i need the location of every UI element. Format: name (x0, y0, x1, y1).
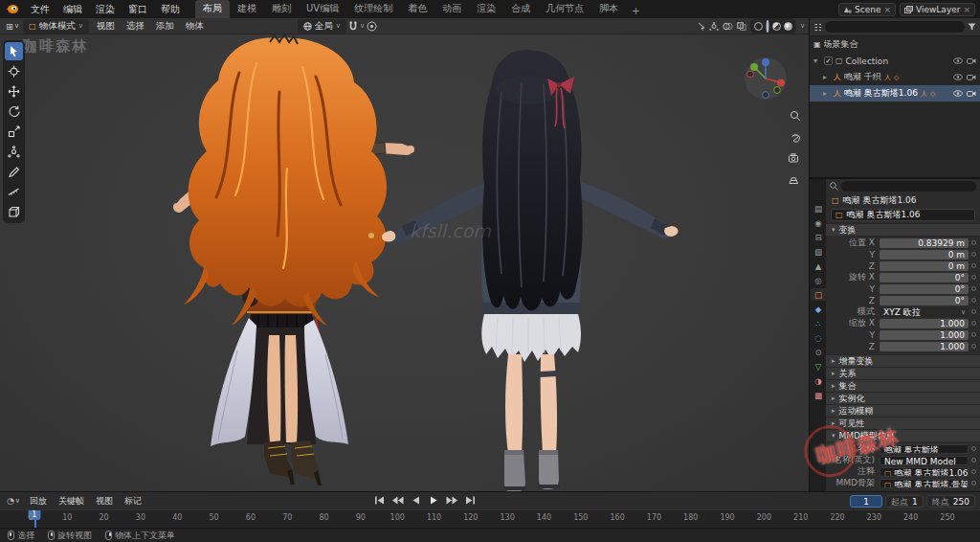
outliner-editor-icon[interactable] (813, 23, 822, 32)
workspace-tab-uv[interactable]: UV编辑 (299, 0, 346, 18)
next-keyframe-button[interactable] (444, 494, 459, 507)
section-header[interactable]: 增量变换 (826, 354, 980, 367)
properties-tab[interactable]: ◑ (811, 374, 826, 387)
render-camera-icon[interactable] (967, 90, 976, 97)
move-view-icon[interactable] (792, 134, 800, 142)
workspace-tab-modeling[interactable]: 建模 (230, 0, 264, 18)
outliner-row-augusta[interactable]: ▸ 人 鸣潮 奥古斯塔1.06 人 ◇ (810, 85, 980, 102)
viewlayer-remove-icon[interactable]: × (963, 5, 970, 14)
tool-select-box[interactable] (5, 42, 23, 60)
workspace-tab-scripting[interactable]: 脚本 (591, 0, 626, 18)
shading-wireframe-icon[interactable] (754, 22, 763, 31)
timeline-ruler[interactable]: 1 01020304050607080901001101201301401501… (0, 509, 980, 528)
add-workspace-button[interactable]: + (626, 4, 645, 18)
animate-decorator[interactable] (971, 481, 976, 486)
workspace-tab-compositing[interactable]: 合成 (503, 0, 538, 18)
field-value[interactable]: 0 m (880, 250, 969, 260)
hide-eye-icon[interactable] (953, 57, 963, 64)
animate-decorator[interactable] (971, 309, 976, 314)
field-value[interactable]: XYZ 欧拉 (880, 307, 969, 317)
filter-icon[interactable] (968, 23, 976, 31)
animate-decorator[interactable] (971, 240, 976, 245)
character-orange-hair[interactable] (173, 34, 414, 486)
navigation-gizmo[interactable] (745, 57, 787, 100)
workspace-tab-animation[interactable]: 动画 (434, 0, 469, 18)
field-value[interactable]: 0° (880, 296, 969, 305)
play-button[interactable] (426, 494, 441, 507)
play-reverse-button[interactable] (408, 494, 423, 507)
section-header[interactable]: 关系 (826, 367, 980, 379)
tool-measure[interactable] (5, 183, 23, 201)
animate-decorator[interactable] (971, 252, 976, 257)
menubar-item[interactable]: 渲染 (89, 0, 122, 18)
overlays-toggle-icon[interactable] (723, 22, 733, 31)
animate-decorator[interactable] (971, 344, 976, 349)
xray-toggle-icon[interactable] (737, 22, 746, 31)
shading-rendered-icon[interactable] (784, 22, 792, 31)
section-header[interactable]: 运动模糊 (826, 404, 980, 417)
properties-search-input[interactable] (841, 181, 976, 192)
tool-transform[interactable] (5, 143, 23, 161)
workspace-tab-layout[interactable]: 布局 (195, 0, 230, 18)
object-visibility-filter-icon[interactable] (696, 22, 705, 31)
outliner-search-input[interactable] (825, 21, 965, 33)
field-value[interactable]: 0° (880, 284, 969, 294)
tool-add-cube[interactable] (5, 203, 23, 221)
section-header[interactable]: 实例化 (826, 392, 980, 404)
tool-rotate[interactable] (5, 102, 23, 121)
perspective-toggle-icon[interactable] (790, 178, 798, 184)
timeline-editor-icon[interactable]: ◔∨ (5, 496, 22, 506)
animate-decorator[interactable] (971, 321, 976, 326)
properties-tab[interactable]: ▲ (811, 260, 826, 272)
properties-tab[interactable]: ◆ (811, 303, 826, 315)
field-value[interactable]: 1.000 (880, 330, 969, 340)
properties-tab[interactable]: ▩ (811, 389, 826, 401)
properties-tab[interactable]: ◉ (811, 216, 826, 229)
animate-decorator[interactable] (971, 469, 976, 474)
viewport-menu-item[interactable]: 物体 (180, 20, 210, 33)
render-camera-icon[interactable] (967, 74, 976, 80)
menubar-item[interactable]: 窗口 (122, 0, 154, 18)
outliner-row-collection[interactable]: ▾ ✓ ▢ Collection (810, 53, 980, 69)
field-value[interactable]: 1.000 (880, 319, 969, 328)
tool-cursor[interactable] (5, 62, 23, 80)
outliner-row-qianzhi[interactable]: ▸ 人 鸣潮 千织 人 ◇ (810, 69, 980, 85)
menubar-item[interactable]: 帮助 (154, 0, 187, 18)
frame-end-field[interactable]: 终点250 (926, 495, 975, 508)
animate-decorator[interactable] (971, 263, 976, 268)
properties-tab[interactable]: ∴ (811, 317, 826, 329)
scene-unlink-icon[interactable]: × (883, 5, 891, 14)
mode-selector[interactable]: □ 物体模式 ∨ (23, 19, 89, 34)
menubar-item[interactable]: 编辑 (56, 0, 89, 18)
field-value[interactable]: New MMD Model (880, 456, 969, 465)
field-value[interactable]: 鸣潮 奥古斯塔.骨架1.06 (880, 479, 969, 488)
animate-decorator[interactable] (971, 275, 976, 280)
zoom-view-icon[interactable] (791, 112, 801, 122)
breadcrumb-object[interactable]: 鸣潮 奥古斯塔1.06 (843, 194, 917, 207)
snap-dropdown-icon[interactable]: ∨ (360, 22, 365, 30)
hide-eye-icon[interactable] (953, 90, 963, 97)
viewport-menu-item[interactable]: 视图 (91, 20, 121, 33)
timeline-menu-item[interactable]: 回放 (24, 495, 53, 508)
viewport-menu-item[interactable]: 选择 (121, 20, 150, 33)
properties-tab[interactable]: ▧ (811, 245, 826, 258)
section-header[interactable]: 可见性 (826, 417, 980, 429)
field-value[interactable]: 0° (880, 273, 969, 282)
jump-to-end-button[interactable] (462, 494, 478, 507)
expander-icon[interactable]: ▸ (823, 73, 831, 81)
collection-checkbox[interactable]: ✓ (824, 56, 833, 65)
snap-magnet-icon[interactable] (348, 21, 358, 32)
blender-logo-icon[interactable] (5, 4, 19, 14)
workspace-tab-rendering[interactable]: 渲染 (469, 0, 503, 18)
outliner-row-scene-collection[interactable]: ▣ 场景集合 (810, 36, 980, 53)
field-value[interactable]: 鸣潮 奥古斯塔1.06 (880, 467, 969, 477)
properties-tab[interactable]: ⊟ (811, 231, 826, 243)
scene-selector[interactable]: Scene × (838, 3, 896, 16)
previous-keyframe-button[interactable] (390, 494, 405, 507)
shading-solid-icon[interactable] (767, 20, 768, 33)
current-frame-field[interactable]: 1 (850, 495, 882, 508)
properties-tab[interactable]: ◌ (811, 331, 826, 344)
timeline-menu-item[interactable]: 关键帧 (53, 495, 90, 508)
viewport-menu-item[interactable]: 添加 (150, 20, 180, 33)
section-header[interactable]: 集合 (826, 379, 980, 392)
